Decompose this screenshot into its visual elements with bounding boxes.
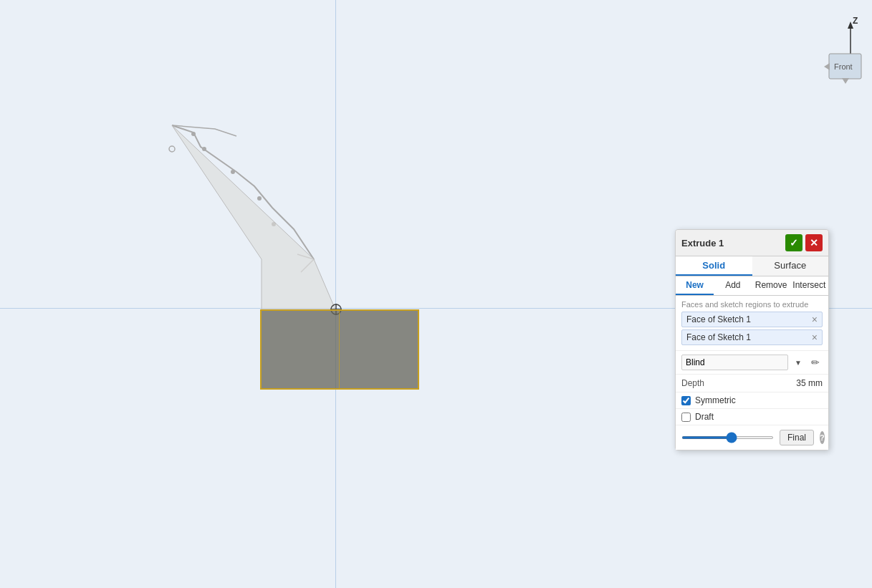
tab-solid[interactable]: Solid [676,256,752,276]
selected-region-divider [339,309,340,390]
depth-row: Depth 35 mm [676,374,828,392]
svg-point-5 [272,222,276,226]
svg-point-0 [169,146,175,152]
symmetric-row: Symmetric [676,392,828,408]
symmetric-label: Symmetric [695,395,736,405]
type-tabs: Solid Surface [676,256,828,276]
depth-value: 35 mm [796,378,823,388]
draft-label: Draft [695,412,714,422]
canvas-area: Z Front Extrude 1 ✓ ✕ Solid Surface New [0,0,872,588]
panel-header-buttons: ✓ ✕ [785,234,823,251]
face-item-1-remove[interactable]: × [812,314,818,324]
face-item-1[interactable]: Face of Sketch 1 × [681,312,823,327]
svg-text:Z: Z [853,16,858,26]
pencil-icon[interactable]: ✏ [808,355,823,370]
confirm-button[interactable]: ✓ [785,234,802,251]
help-icon[interactable]: ? [820,431,825,444]
panel-title: Extrude 1 [681,238,724,249]
face-item-1-label: Face of Sketch 1 [686,314,751,324]
symmetric-checkbox[interactable] [681,396,691,405]
svg-marker-16 [842,78,849,84]
type-select-arrow-icon: ▼ [791,355,805,370]
type-select[interactable]: Blind Through All To Vertex To Surface [681,355,788,370]
tab-remove[interactable]: Remove [752,276,790,295]
depth-label: Depth [681,378,704,388]
final-button[interactable]: Final [780,430,814,445]
face-item-2-remove[interactable]: × [812,332,818,342]
draft-checkbox[interactable] [681,413,691,422]
panel-header: Extrude 1 ✓ ✕ [676,230,828,256]
cancel-button[interactable]: ✕ [805,234,823,251]
svg-point-3 [231,170,235,174]
svg-point-1 [191,132,196,136]
face-item-2-label: Face of Sketch 1 [686,332,751,342]
faces-hint: Faces and sketch regions to extrude [681,300,823,309]
svg-point-2 [202,147,206,151]
operation-tabs: New Add Remove Intersect [676,276,828,296]
orientation-widget[interactable]: Z Front [811,11,868,104]
draft-row: Draft [676,408,828,425]
svg-text:Front: Front [834,62,853,71]
tab-new[interactable]: New [676,276,714,295]
slider-row: Final ? [676,425,828,450]
grid-line-vertical [335,0,336,588]
extrude-panel: Extrude 1 ✓ ✕ Solid Surface New Add Remo… [675,229,829,450]
type-dropdown-row: Blind Through All To Vertex To Surface ▼… [676,350,828,374]
selected-region [260,309,419,390]
svg-marker-6 [172,125,335,309]
depth-slider[interactable] [681,436,774,439]
svg-marker-15 [824,63,830,70]
tab-surface[interactable]: Surface [752,256,829,276]
tab-intersect[interactable]: Intersect [790,276,828,295]
faces-section: Faces and sketch regions to extrude Face… [676,296,828,350]
face-item-2[interactable]: Face of Sketch 1 × [681,329,823,345]
tab-add[interactable]: Add [714,276,752,295]
svg-point-4 [257,196,262,201]
